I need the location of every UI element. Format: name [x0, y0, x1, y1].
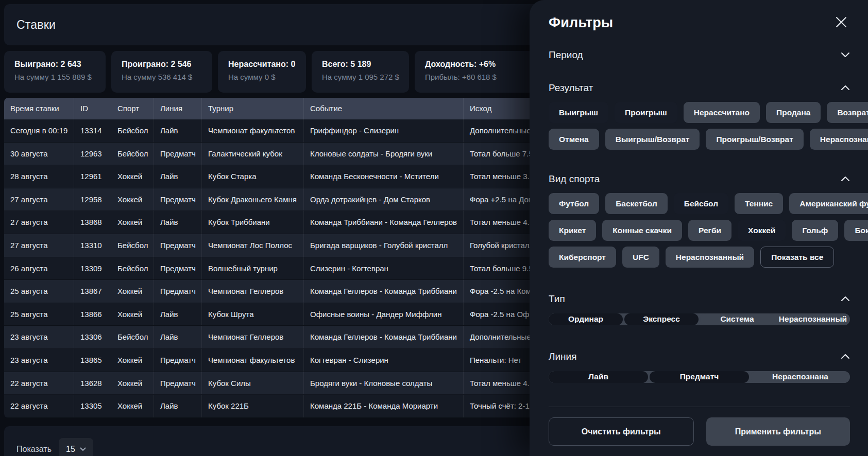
filter-chip[interactable]: Нераспознанный	[810, 129, 868, 150]
filter-chip[interactable]: Баскетбол	[605, 193, 668, 214]
filter-chip[interactable]: Отмена	[549, 129, 599, 150]
filter-chip[interactable]: Теннис	[735, 193, 783, 214]
filter-chip[interactable]: Регби	[688, 220, 731, 241]
table-cell: Волшебный турнир	[202, 257, 304, 280]
filter-chip[interactable]: Нерассчитано	[684, 102, 760, 123]
filter-segment[interactable]: Ординар	[549, 313, 623, 325]
table-cell: Орда дотракийцев - Дом Старков	[304, 188, 464, 211]
table-cell: Слизерин - Когтевран	[304, 257, 464, 280]
table-cell: Команда Геллеров - Команда Триббиани	[304, 280, 464, 303]
filter-chip[interactable]: Киберспорт	[549, 247, 616, 268]
filter-chip[interactable]: Проигрыш/Возврат	[706, 129, 803, 150]
table-cell: Лайв	[154, 395, 202, 417]
filter-segment[interactable]: Предматч	[650, 371, 749, 383]
table-cell: Кубок Триббиани	[202, 211, 304, 234]
filter-segment[interactable]: Система	[700, 313, 774, 325]
chevron-down-icon	[841, 50, 850, 60]
filter-chip[interactable]: Футбол	[549, 193, 599, 214]
filter-segment[interactable]: Экспресс	[624, 313, 699, 325]
clear-filters-button[interactable]: Очистить фильтры	[549, 417, 694, 446]
sport-chips: ФутболБаскетболБейсболТеннисАмериканский…	[549, 185, 850, 268]
section-type[interactable]: Тип	[549, 293, 850, 305]
table-cell: Бейсбол	[111, 257, 154, 280]
stat-subtitle: Прибыль: +60 618 $	[425, 73, 531, 81]
filter-segment[interactable]: Нераспознана	[751, 371, 850, 383]
filter-chip[interactable]: Выигрыш/Возврат	[605, 129, 700, 150]
table-cell: 25 августа	[4, 303, 74, 326]
stat-title: Доходность: +6%	[425, 60, 531, 69]
table-cell: Кубок Силы	[202, 372, 304, 395]
table-cell: Лайв	[154, 119, 202, 142]
table-cell: Бригада варщиков - Голубой кристалл	[304, 234, 464, 257]
filter-chip[interactable]: Нераспознанный	[666, 247, 754, 268]
table-cell: Чемпионат Геллеров	[202, 280, 304, 303]
table-cell: Чемпионат факультетов	[202, 349, 304, 372]
table-cell: 27 августа	[4, 188, 74, 211]
section-period[interactable]: Период	[549, 49, 850, 61]
section-result[interactable]: Результат	[549, 82, 850, 94]
table-cell: 13868	[74, 211, 111, 234]
section-type-label: Тип	[549, 293, 565, 305]
filter-chip[interactable]: Бейсбол	[674, 193, 728, 214]
filter-chip[interactable]: UFC	[622, 247, 659, 268]
table-cell: Чемпионат факультетов	[202, 119, 304, 142]
table-cell: 12963	[74, 143, 111, 165]
filter-chip[interactable]: Проигрыш	[615, 102, 677, 123]
column-header: ID	[74, 98, 111, 119]
table-cell: Кубок 221Б	[202, 395, 304, 417]
filter-chip[interactable]: Продана	[766, 102, 821, 123]
table-cell: 27 августа	[4, 211, 74, 234]
section-sport[interactable]: Вид спорта	[549, 173, 850, 185]
table-cell: 12961	[74, 165, 111, 188]
stat-title: Нерассчитано: 0	[228, 60, 296, 69]
filters-panel: Фильтры Период Результат ВыигрышПроигрыш…	[530, 0, 868, 456]
type-segmented-control: ОрдинарЭкспрессСистемаНераспознанный	[549, 313, 850, 325]
filter-chip[interactable]: Хоккей	[738, 220, 786, 241]
section-line[interactable]: Линия	[549, 351, 850, 362]
chip-row: КиберспортUFCНераспознанныйПоказать все	[549, 247, 850, 268]
table-cell: 13866	[74, 303, 111, 326]
column-header: Турнир	[202, 98, 304, 119]
section-result-label: Результат	[549, 82, 593, 94]
table-cell: Команда 221Б - Команда Мориарти	[304, 395, 464, 417]
filter-segment[interactable]: Лайв	[549, 371, 648, 383]
stat-card: Доходность: +6%Прибыль: +60 618 $	[415, 51, 541, 93]
apply-filters-button[interactable]: Применить фильтры	[706, 417, 850, 446]
filter-chip[interactable]: Крикет	[549, 220, 596, 241]
table-cell: Бродяги вуки - Клоновые солдаты	[304, 372, 464, 395]
table-cell: Предматч	[154, 257, 202, 280]
stat-subtitle: На сумму 1 095 272 $	[322, 73, 399, 81]
table-cell: Предматч	[154, 188, 202, 211]
close-icon	[835, 15, 848, 30]
filter-chip[interactable]: Выигрыш	[549, 102, 608, 123]
table-cell: 13310	[74, 234, 111, 257]
table-cell: Когтевран - Слизерин	[304, 349, 464, 372]
filter-chip[interactable]: Американский футбол	[789, 193, 868, 214]
filter-chip[interactable]: Конные скачки	[602, 220, 682, 241]
filter-chip[interactable]: Показать все	[760, 247, 834, 268]
divider	[549, 407, 850, 407]
filter-chip[interactable]: Бокс	[844, 220, 868, 241]
close-button[interactable]	[832, 13, 850, 32]
stat-title: Всего: 5 189	[322, 60, 399, 69]
chevron-up-icon	[841, 352, 850, 361]
chevron-up-icon	[841, 83, 850, 93]
chevron-up-icon	[841, 174, 850, 184]
stat-card: Нерассчитано: 0На сумму 0 $	[218, 51, 306, 93]
page-title: Ставки	[16, 18, 56, 32]
chevron-down-icon	[80, 447, 86, 451]
column-header: Линия	[154, 98, 202, 119]
table-cell: Предматч	[154, 143, 202, 165]
table-cell: Предматч	[154, 372, 202, 395]
table-cell: 30 августа	[4, 143, 74, 165]
column-header: Спорт	[111, 98, 154, 119]
table-cell: Кубок Шрута	[202, 303, 304, 326]
table-cell: 13865	[74, 349, 111, 372]
page-size-dropdown[interactable]: 15	[59, 438, 93, 456]
chip-row: ВыигрышПроигрышНерассчитаноПроданаВозвра…	[549, 102, 850, 123]
filter-segment[interactable]: Нераспознанный	[776, 313, 850, 325]
filter-chip[interactable]: Возврат	[827, 102, 868, 123]
filter-chip[interactable]: Гольф	[792, 220, 838, 241]
section-period-label: Период	[549, 49, 583, 61]
chip-row: ОтменаВыигрыш/ВозвратПроигрыш/ВозвратНер…	[549, 129, 850, 150]
